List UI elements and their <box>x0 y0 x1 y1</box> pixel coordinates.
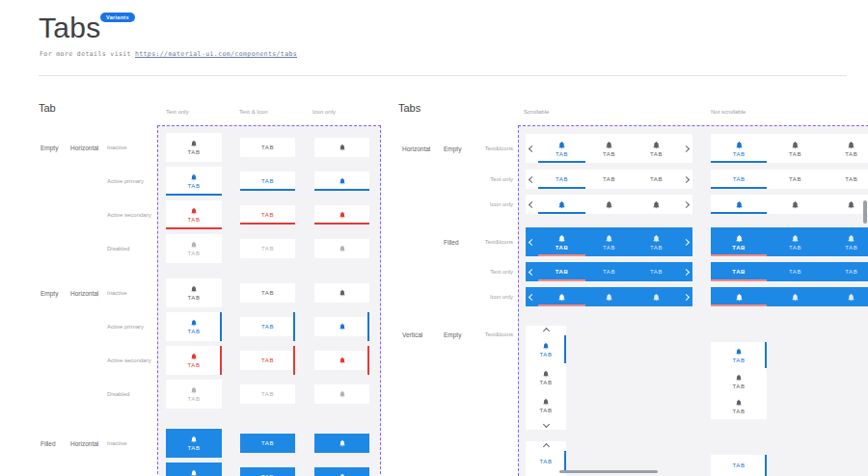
tab[interactable]: TAB <box>711 134 767 163</box>
tab[interactable]: TAB <box>824 227 868 256</box>
tab[interactable] <box>824 195 868 214</box>
scroll-right-button[interactable] <box>680 287 692 306</box>
tab[interactable]: TAB <box>240 205 295 225</box>
horizontal-scrollbar[interactable] <box>559 470 658 473</box>
tab[interactable]: TAB <box>711 342 767 368</box>
tab[interactable]: TAB <box>824 262 868 281</box>
scroll-right-button[interactable] <box>680 170 692 189</box>
tab-label: TAB <box>261 357 274 363</box>
tab[interactable]: TAB <box>166 167 222 196</box>
scroll-left-button[interactable] <box>526 195 538 214</box>
tab[interactable]: TAB <box>240 351 295 370</box>
tab[interactable]: TAB <box>526 335 566 363</box>
scroll-down-button[interactable] <box>526 419 566 429</box>
tab[interactable] <box>314 384 369 404</box>
tab[interactable]: TAB <box>767 262 823 281</box>
tab[interactable]: TAB <box>633 227 680 256</box>
scroll-right-button[interactable] <box>680 227 692 256</box>
tab[interactable]: TAB <box>240 172 295 191</box>
tab[interactable]: TAB <box>824 170 868 189</box>
tab[interactable]: TAB <box>585 170 633 189</box>
active-indicator <box>711 212 767 214</box>
tab[interactable]: TAB <box>166 234 222 263</box>
tab[interactable]: TAB <box>240 467 295 476</box>
vertical-scrollbar[interactable] <box>863 200 867 224</box>
tab[interactable] <box>314 239 369 258</box>
row-state-label: Text&Icons <box>461 145 513 151</box>
tab[interactable]: TAB <box>240 384 295 404</box>
tab[interactable]: TAB <box>538 227 585 256</box>
row-state-label: Text&Icons <box>461 239 513 245</box>
tab[interactable]: TAB <box>711 455 767 476</box>
scroll-right-button[interactable] <box>680 262 692 281</box>
tab[interactable] <box>538 195 585 214</box>
scroll-right-button[interactable] <box>680 195 692 214</box>
scroll-right-button[interactable] <box>680 134 692 163</box>
tab[interactable]: TAB <box>633 262 680 281</box>
tab[interactable] <box>538 287 585 306</box>
tab[interactable] <box>314 317 369 336</box>
scroll-up-button[interactable] <box>526 441 566 451</box>
tab[interactable] <box>633 287 680 306</box>
subtitle-link[interactable]: https://material-ui.com/components/tabs <box>135 50 297 58</box>
scroll-left-button[interactable] <box>526 227 538 256</box>
tab[interactable] <box>711 287 767 306</box>
scroll-left-button[interactable] <box>526 287 538 306</box>
tab[interactable]: TAB <box>767 134 823 163</box>
tab[interactable] <box>314 283 369 303</box>
tab[interactable]: TAB <box>240 239 295 258</box>
tab[interactable]: TAB <box>711 227 767 256</box>
tab[interactable]: TAB <box>538 134 585 163</box>
tab[interactable]: TAB <box>526 391 566 419</box>
tab[interactable]: TAB <box>633 134 680 163</box>
tab[interactable]: TAB <box>166 133 222 162</box>
tab[interactable]: TAB <box>711 170 767 189</box>
tab[interactable]: TAB <box>166 278 222 307</box>
tab[interactable]: TAB <box>538 170 585 189</box>
tab[interactable] <box>314 172 369 191</box>
tab[interactable]: TAB <box>240 138 295 157</box>
tab[interactable] <box>824 287 868 306</box>
tab[interactable]: TAB <box>240 283 295 303</box>
tab[interactable]: TAB <box>711 368 767 394</box>
tab[interactable]: TAB <box>240 317 295 336</box>
tab[interactable]: TAB <box>767 227 823 256</box>
tab[interactable]: TAB <box>166 346 222 375</box>
tab[interactable]: TAB <box>166 429 222 458</box>
tab[interactable] <box>314 434 369 453</box>
tab[interactable]: TAB <box>166 200 222 229</box>
tab[interactable]: TAB <box>633 170 680 189</box>
tab[interactable] <box>633 195 680 214</box>
tab[interactable] <box>711 195 767 214</box>
tab[interactable] <box>767 195 823 214</box>
tab[interactable] <box>314 467 369 476</box>
tab[interactable]: TAB <box>767 170 823 189</box>
tab[interactable]: TAB <box>166 463 222 476</box>
scroll-left-button[interactable] <box>526 170 538 189</box>
tab-label: TAB <box>187 251 200 256</box>
tab[interactable] <box>314 138 369 157</box>
tab[interactable]: TAB <box>711 394 767 419</box>
tab[interactable] <box>314 205 369 225</box>
tab[interactable]: TAB <box>585 227 633 256</box>
scroll-up-button[interactable] <box>526 326 566 335</box>
bell-icon <box>847 234 855 243</box>
tab[interactable]: TAB <box>526 363 566 391</box>
tab[interactable] <box>585 287 633 306</box>
tab[interactable]: TAB <box>538 262 585 281</box>
tab[interactable] <box>767 287 823 306</box>
scroll-left-button[interactable] <box>526 262 538 281</box>
tab[interactable]: TAB <box>240 434 295 453</box>
bell-icon <box>339 323 346 331</box>
tab[interactable]: TAB <box>824 134 868 163</box>
tab[interactable]: TAB <box>526 451 566 472</box>
tab[interactable] <box>314 351 369 370</box>
tab[interactable]: TAB <box>585 134 633 163</box>
tab[interactable]: TAB <box>166 380 222 409</box>
tab[interactable]: TAB <box>585 262 633 281</box>
tab[interactable]: TAB <box>711 262 767 281</box>
scroll-left-button[interactable] <box>526 134 538 163</box>
column-header-text-only: Text only <box>166 109 189 115</box>
tab[interactable] <box>585 195 633 214</box>
tab[interactable]: TAB <box>166 312 222 341</box>
